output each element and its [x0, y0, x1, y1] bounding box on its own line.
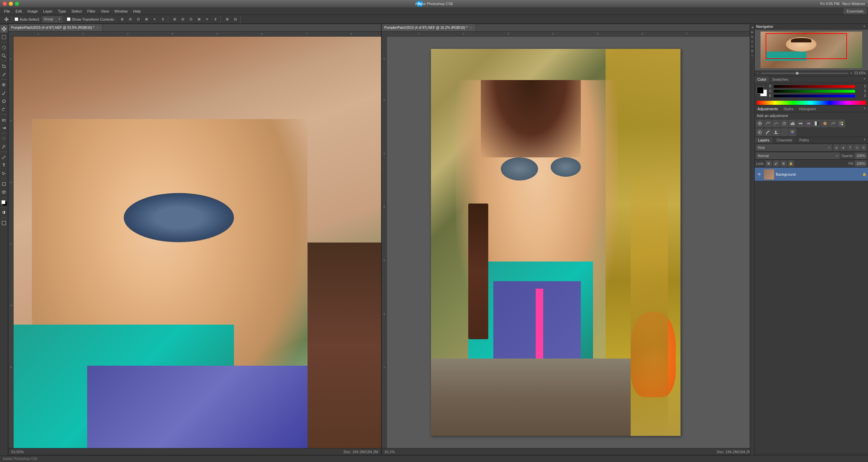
healing-tool-button[interactable]: [0, 81, 8, 89]
vibrance-adj-btn[interactable]: [789, 120, 796, 127]
3d-tool-button[interactable]: [0, 188, 8, 196]
layers-kind-dropdown[interactable]: Kind ▼: [756, 145, 832, 151]
move-tool-button[interactable]: [0, 25, 8, 33]
fg-bg-swatches[interactable]: [757, 87, 767, 96]
lock-position-btn[interactable]: ⊞: [781, 160, 787, 167]
filter-pixel-btn[interactable]: p: [833, 145, 840, 151]
paths-tab[interactable]: Paths: [796, 137, 813, 143]
invert-adj-btn[interactable]: [756, 129, 764, 136]
left-doc-tab-close[interactable]: ×: [96, 26, 100, 30]
screen-mode-button[interactable]: [0, 219, 8, 227]
align-center-v-btn[interactable]: ≡: [151, 16, 158, 23]
red-slider[interactable]: [774, 85, 855, 88]
path-select-button[interactable]: [0, 170, 8, 177]
align-bottom-btn[interactable]: ⊻: [159, 16, 166, 23]
dist-center-v-btn[interactable]: ≡: [203, 16, 211, 23]
menu-type[interactable]: Type: [55, 8, 69, 14]
menu-filter[interactable]: Filter: [84, 8, 98, 14]
side-icon-1[interactable]: ◀: [750, 25, 754, 29]
color-tab[interactable]: Color: [755, 76, 769, 83]
right-doc-tab-close[interactable]: ×: [469, 26, 473, 30]
filter-shape-btn[interactable]: ◻: [854, 145, 860, 151]
side-icon-4[interactable]: ⊟: [750, 39, 754, 43]
dist-left-btn[interactable]: ⊞: [171, 16, 178, 23]
styles-tab[interactable]: Styles: [781, 106, 796, 112]
menu-file[interactable]: File: [1, 8, 13, 14]
dist-center-h-btn[interactable]: ⊟: [179, 16, 186, 23]
crop-tool-button[interactable]: [0, 62, 8, 70]
quick-mask-button[interactable]: [0, 209, 8, 216]
zoom-out-icon[interactable]: −: [757, 71, 759, 75]
align-center-h-btn[interactable]: ⊟: [126, 16, 134, 23]
background-layer-row[interactable]: 👁 Background 🔒: [755, 168, 868, 181]
side-icon-6[interactable]: ⊠: [750, 49, 754, 53]
navigator-zoom-slider[interactable]: [761, 73, 848, 74]
layer-options-icon[interactable]: 🔒: [862, 172, 867, 177]
foreground-color-picker[interactable]: [757, 87, 764, 94]
foreground-color-swatch[interactable]: [1, 200, 5, 204]
adjustments-tab[interactable]: Adjustments: [755, 106, 781, 112]
swatches-tab[interactable]: Swatches: [769, 76, 791, 83]
arrange-btn[interactable]: ⊞: [223, 16, 231, 23]
side-icon-5[interactable]: ⊡: [750, 44, 754, 48]
quick-select-tool-button[interactable]: [0, 52, 8, 59]
histogram-tab[interactable]: Histogram: [796, 106, 819, 112]
shape-tool-button[interactable]: [0, 180, 8, 188]
menu-layer[interactable]: Layer: [40, 8, 55, 14]
color-lookup-adj-btn[interactable]: [837, 120, 845, 127]
menu-image[interactable]: Image: [25, 8, 41, 14]
gradient-map-adj-btn[interactable]: [781, 129, 788, 136]
lock-image-btn[interactable]: 🖌: [773, 160, 779, 167]
green-slider[interactable]: [774, 90, 855, 93]
color-spectrum-bar[interactable]: [757, 101, 866, 105]
move-tool-icon[interactable]: [3, 16, 10, 23]
menu-view[interactable]: View: [98, 8, 112, 14]
zoom-in-icon[interactable]: +: [850, 71, 852, 75]
color-balance-adj-btn[interactable]: [805, 120, 812, 127]
color-panel-collapse-btn[interactable]: ▼: [861, 76, 868, 83]
fill-value-input[interactable]: 100%: [855, 160, 867, 167]
auto-select-dropdown[interactable]: Group ▼: [42, 16, 62, 22]
transform-controls-checkbox[interactable]: [67, 17, 71, 21]
menu-help[interactable]: Help: [130, 8, 143, 14]
photo-filter-adj-btn[interactable]: [821, 120, 829, 127]
blur-tool-button[interactable]: [0, 135, 8, 142]
maximize-button[interactable]: [15, 2, 19, 6]
bw-adj-btn[interactable]: [813, 120, 821, 127]
align-top-btn[interactable]: ⊠: [143, 16, 150, 23]
right-doc-tab[interactable]: PumpkinPatch2015 (4 of 87).NEF @ 16.2% (…: [382, 24, 476, 31]
navigator-collapse-btn[interactable]: ▼: [862, 25, 867, 28]
gradient-tool-button[interactable]: [0, 124, 8, 132]
filter-type-btn[interactable]: T: [847, 145, 853, 151]
filter-adjustment-btn[interactable]: a: [840, 145, 846, 151]
lasso-tool-button[interactable]: [0, 44, 8, 51]
layers-tab[interactable]: Layers: [755, 137, 773, 143]
left-doc-tab[interactable]: PumpkinPatch2015 (4 of 87).NEF @ 53.5% (…: [8, 24, 103, 31]
filter-smart-btn[interactable]: ⊙: [861, 145, 867, 151]
history-brush-button[interactable]: [0, 105, 8, 113]
color-swatch-indicator[interactable]: [1, 200, 7, 206]
layers-collapse-btn[interactable]: ▼: [861, 137, 868, 143]
pen-tool-button[interactable]: [0, 153, 8, 161]
right-doc-canvas[interactable]: [387, 37, 754, 448]
window-controls[interactable]: [3, 2, 19, 6]
channels-tab[interactable]: Channels: [773, 137, 796, 143]
dodge-tool-button[interactable]: [0, 143, 8, 150]
curves-adj-btn[interactable]: [772, 120, 780, 127]
blend-mode-dropdown[interactable]: Normal ▼: [756, 153, 840, 159]
brush-tool-button[interactable]: [0, 89, 8, 97]
side-icon-3[interactable]: ⊞: [750, 35, 754, 39]
marquee-tool-button[interactable]: [0, 33, 8, 41]
selective-color-adj-btn[interactable]: [789, 129, 796, 136]
layer-visibility-toggle[interactable]: 👁: [756, 171, 762, 177]
exposure-adj-btn[interactable]: [781, 120, 788, 127]
menu-edit[interactable]: Edit: [13, 8, 25, 14]
hue-saturation-adj-btn[interactable]: [797, 120, 804, 127]
eyedropper-tool-button[interactable]: [0, 71, 8, 78]
levels-adj-btn[interactable]: [764, 120, 772, 127]
dist-top-btn[interactable]: ⊠: [195, 16, 203, 23]
side-icon-7[interactable]: ≡: [750, 54, 754, 58]
minimize-button[interactable]: [9, 2, 13, 6]
blue-slider[interactable]: [774, 95, 855, 97]
dist-bottom-btn[interactable]: ⊻: [212, 16, 219, 23]
